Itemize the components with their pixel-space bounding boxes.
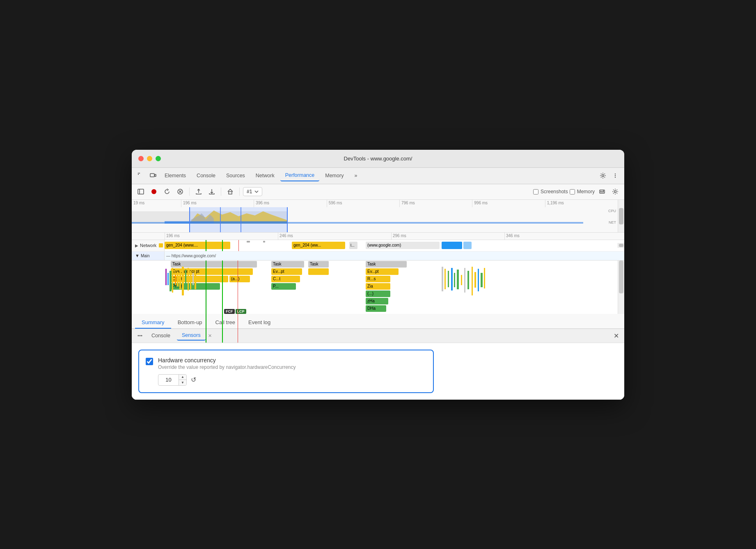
inspect-icon[interactable] [135,170,147,181]
maximize-button[interactable] [156,156,161,161]
tab-sources[interactable]: Sources [221,170,250,181]
flame-bar-dha[interactable]: DHa [366,305,386,312]
screenshots-checkbox[interactable] [533,189,538,194]
more-icon[interactable] [609,170,621,181]
timeline-red-line [238,240,239,251]
net-bar-3[interactable]: l... [349,242,357,249]
svg-rect-3 [150,174,154,177]
network-track-content[interactable]: gen_204 (www.... gen_204 (ww... l... (ww… [165,240,618,251]
flame-bar-compile-2[interactable]: (a...) [229,276,250,282]
flame-bg-right [440,261,522,314]
network-color-dot [159,243,163,247]
spinner-down[interactable]: ▼ [179,380,186,385]
memory-label[interactable]: Memory [570,189,595,194]
tab-call-tree[interactable]: Call tree [209,317,242,329]
detail-tick-246: 246 ms [278,233,391,240]
overview-selection[interactable] [189,207,288,232]
fcf-badge: FCF [224,309,235,314]
flame-bar-task-2[interactable]: Task [271,261,304,268]
hardware-concurrency-checkbox[interactable] [146,358,153,365]
perf-settings-button[interactable] [609,186,621,197]
tab-elements[interactable]: Elements [160,170,191,181]
net-bar-6[interactable] [463,242,472,249]
screenshots-label[interactable]: Screenshots [533,189,568,194]
reload-button[interactable] [161,186,173,197]
memory-pressure-button[interactable] [596,186,608,197]
svg-rect-17 [600,191,601,192]
devtools-panel: Elements Console Sources Network Perform… [132,168,624,400]
flame-bar-zha[interactable]: zHa [366,298,388,304]
profile-select[interactable]: #1 [243,187,262,196]
concurrency-reset-button[interactable]: ↺ [191,376,196,384]
svg-rect-2 [138,174,139,175]
concurrency-input[interactable] [158,377,179,383]
flame-chart: Task Task Task Task Evaluate script Ev..… [132,261,624,314]
flame-bar-task-3[interactable]: Task [308,261,329,268]
concurrency-spinner[interactable]: ▲ ▼ [158,374,187,386]
memory-checkbox[interactable] [570,189,575,194]
upload-button[interactable] [193,186,204,197]
spinner-up[interactable]: ▲ [179,375,186,380]
flame-bar-anon[interactable]: (...) [366,291,390,297]
h-scrollbar-thumb[interactable] [619,244,623,247]
flame-bar-evaluate-4[interactable]: Ev...pt [366,268,399,275]
net-bar-1[interactable]: gen_204 (www.... [165,242,230,249]
tab-more[interactable]: » [349,170,362,181]
svg-rect-4 [155,174,156,176]
flame-bar-process-2[interactable]: P... [271,283,296,290]
flame-bar-compile-3[interactable]: C...t [271,276,300,282]
settings-icon[interactable] [597,170,609,181]
drawer-close-sensors-icon[interactable]: ✕ [208,333,212,339]
lcp-badge: LCP [236,309,246,314]
download-button[interactable] [206,186,218,197]
drawer-close-all-icon[interactable]: ✕ [611,331,621,341]
tab-memory[interactable]: Memory [320,170,348,181]
main-track-header: ▼ Main — https://www.google.com/ [132,252,624,261]
tab-event-log[interactable]: Event log [242,317,277,329]
svg-rect-19 [603,190,604,192]
sensor-card-header: Hardware concurrency Override the value … [146,357,426,370]
flame-bar-evaluate-2[interactable]: Ev...pt [271,268,302,275]
tab-console[interactable]: Console [192,170,220,181]
network-track-label: ▶ Network [132,240,165,251]
network-track: ▶ Network gen_204 (www.... gen_204 (ww..… [132,240,624,252]
svg-rect-18 [602,191,603,192]
drawer-tab-console[interactable]: Console [147,331,175,340]
net-bar-5[interactable] [442,242,462,249]
window-title: DevTools - www.google.com/ [344,156,412,162]
responsive-icon[interactable] [147,170,159,181]
close-button[interactable] [138,156,144,161]
flame-bar-compile-4[interactable]: R...s [366,276,390,282]
net-bar-2[interactable]: gen_204 (ww... [292,242,345,249]
drawer-tab-sensors[interactable]: Sensors [177,331,206,341]
overview-minimap[interactable]: 19 ms 196 ms 396 ms 596 ms 796 ms 996 ms… [132,200,624,233]
cpu-label: CPU [608,209,616,213]
clear-button[interactable] [174,186,186,197]
tab-bottom-up[interactable]: Bottom-up [171,317,209,329]
tab-summary[interactable]: Summary [135,317,171,329]
record-button[interactable] [148,186,160,197]
net-bar-4[interactable]: (www.google.com) [366,242,440,249]
drawer-menu-icon[interactable] [135,331,145,341]
tab-network[interactable]: Network [251,170,279,181]
overview-scrollbar[interactable] [618,200,624,232]
h-scrollbar[interactable] [618,243,624,248]
flame-bar-evaluate-3[interactable] [308,268,329,275]
main-label: Main [141,254,150,258]
traffic-lights [138,156,161,161]
minimize-button[interactable] [147,156,152,161]
flame-green-1 [206,261,206,343]
svg-point-8 [615,177,616,178]
sidebar-toggle-button[interactable] [135,186,147,197]
flame-bar-task-4[interactable]: Task [366,261,407,268]
timeline-green-line-2 [222,240,223,251]
home-button[interactable] [225,186,236,197]
svg-rect-1 [139,173,140,174]
flame-bar-process-3[interactable]: Zia [366,283,390,290]
flame-vscrollbar[interactable] [618,261,624,314]
flame-vscrollbar-thumb[interactable] [619,261,623,293]
overview-scrollbar-thumb[interactable] [619,208,623,224]
tab-performance[interactable]: Performance [280,170,320,181]
titlebar: DevTools - www.google.com/ [132,150,624,168]
main-track-label: ▼ Main [132,252,165,260]
